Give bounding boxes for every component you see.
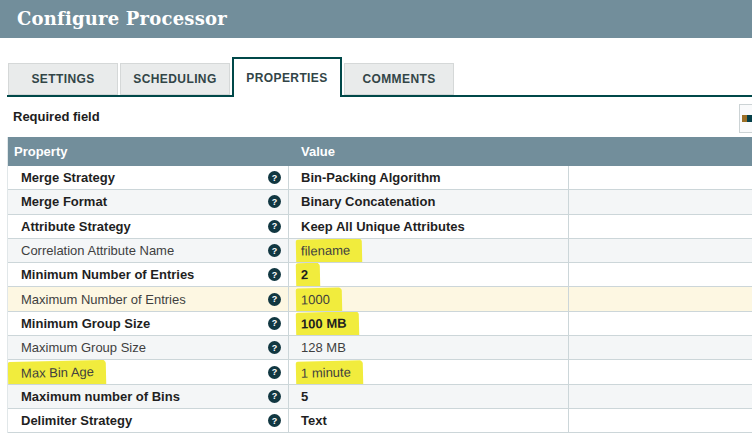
table-row[interactable]: Delimiter Strategy ? Text xyxy=(8,409,752,433)
property-name: Max Bin Age xyxy=(8,360,105,383)
property-name-cell: Correlation Attribute Name ? xyxy=(8,239,288,262)
properties-table: Property Value Merge Strategy ? Bin-Pack… xyxy=(7,137,752,433)
property-value-cell[interactable]: 1000 xyxy=(288,287,568,310)
empty-cell xyxy=(568,263,752,286)
property-value: Binary Concatenation xyxy=(301,194,435,209)
help-icon[interactable]: ? xyxy=(268,244,281,257)
property-name: Maximum Group Size xyxy=(21,340,146,355)
table-header-row: Property Value xyxy=(8,137,752,166)
property-name-cell: Delimiter Strategy ? xyxy=(8,409,288,432)
help-icon[interactable]: ? xyxy=(268,414,281,427)
table-body: Merge Strategy ? Bin-Packing Algorithm M… xyxy=(8,166,752,433)
column-header-property: Property xyxy=(8,144,288,159)
property-value-cell[interactable]: Bin-Packing Algorithm xyxy=(288,166,568,189)
help-icon[interactable]: ? xyxy=(268,390,281,403)
property-value: Bin-Packing Algorithm xyxy=(301,170,441,185)
empty-cell xyxy=(568,190,752,213)
help-icon[interactable]: ? xyxy=(268,341,281,354)
property-value-cell[interactable]: 5 xyxy=(288,385,568,408)
tab-scheduling[interactable]: SCHEDULING xyxy=(120,63,230,95)
property-name: Attribute Strategy xyxy=(21,219,131,234)
help-icon[interactable]: ? xyxy=(268,317,281,330)
empty-cell xyxy=(568,336,752,359)
table-row[interactable]: Correlation Attribute Name ? filename xyxy=(8,239,752,263)
property-name-cell: Attribute Strategy ? xyxy=(8,215,288,238)
property-value-cell[interactable]: Text xyxy=(288,409,568,432)
table-row[interactable]: Merge Format ? Binary Concatenation xyxy=(8,190,752,214)
property-value: 5 xyxy=(301,389,308,404)
empty-cell xyxy=(568,385,752,408)
tab-bar: SETTINGS SCHEDULING PROPERTIES COMMENTS xyxy=(7,57,752,97)
empty-cell xyxy=(568,409,752,432)
empty-cell xyxy=(568,312,752,335)
help-icon[interactable]: ? xyxy=(268,195,281,208)
property-value-cell[interactable]: 1 minute xyxy=(288,360,568,383)
table-row[interactable]: Maximum Number of Entries ? 1000 xyxy=(8,287,752,311)
tab-settings[interactable]: SETTINGS xyxy=(8,63,118,95)
table-row[interactable]: Max Bin Age ? 1 minute xyxy=(8,360,752,384)
property-name: Merge Format xyxy=(21,194,107,209)
property-name-cell: Maximum Group Size ? xyxy=(8,336,288,359)
empty-cell xyxy=(568,287,752,310)
empty-cell xyxy=(568,360,752,383)
column-header-value: Value xyxy=(288,144,568,159)
property-name-cell: Minimum Number of Entries ? xyxy=(8,263,288,286)
property-value: 100 MB xyxy=(296,312,358,335)
property-value-cell[interactable]: 2 xyxy=(288,263,568,286)
dialog-header: Configure Processor xyxy=(0,0,752,38)
help-icon[interactable]: ? xyxy=(268,171,281,184)
required-field-label: Required field xyxy=(13,109,100,124)
property-value: 1000 xyxy=(296,287,341,310)
property-value-cell[interactable]: 100 MB xyxy=(288,312,568,335)
property-name: Maximum Number of Entries xyxy=(21,292,186,307)
property-value: 1 minute xyxy=(296,360,362,383)
help-icon[interactable]: ? xyxy=(268,220,281,233)
property-name-cell: Merge Format ? xyxy=(8,190,288,213)
property-name: Correlation Attribute Name xyxy=(21,243,174,258)
property-name-cell: Minimum Group Size ? xyxy=(8,312,288,335)
help-icon[interactable]: ? xyxy=(268,293,281,306)
tab-comments[interactable]: COMMENTS xyxy=(344,63,454,95)
property-name-cell: Maximum number of Bins ? xyxy=(8,385,288,408)
add-property-button[interactable] xyxy=(739,104,752,133)
property-name: Minimum Number of Entries xyxy=(21,267,194,282)
tab-properties[interactable]: PROPERTIES xyxy=(232,57,342,97)
help-icon[interactable]: ? xyxy=(268,366,281,379)
property-value-cell[interactable]: Keep All Unique Attributes xyxy=(288,215,568,238)
property-value: 2 xyxy=(296,263,320,286)
property-name: Maximum number of Bins xyxy=(21,389,180,404)
property-name: Delimiter Strategy xyxy=(21,413,132,428)
property-value: Keep All Unique Attributes xyxy=(301,219,465,234)
property-value-cell[interactable]: 128 MB xyxy=(288,336,568,359)
property-value: Text xyxy=(301,413,327,428)
table-row[interactable]: Maximum number of Bins ? 5 xyxy=(8,385,752,409)
property-name: Minimum Group Size xyxy=(21,316,150,331)
empty-cell xyxy=(568,215,752,238)
property-name-cell: Maximum Number of Entries ? xyxy=(8,287,288,310)
property-name-cell: Merge Strategy ? xyxy=(8,166,288,189)
property-value: 128 MB xyxy=(301,340,346,355)
property-name: Merge Strategy xyxy=(21,170,115,185)
empty-cell xyxy=(568,166,752,189)
table-row[interactable]: Maximum Group Size ? 128 MB xyxy=(8,336,752,360)
help-icon[interactable]: ? xyxy=(268,268,281,281)
dialog-title: Configure Processor xyxy=(17,8,752,29)
property-value-cell[interactable]: Binary Concatenation xyxy=(288,190,568,213)
table-row[interactable]: Attribute Strategy ? Keep All Unique Att… xyxy=(8,215,752,239)
plus-icon xyxy=(742,115,752,122)
table-toolbar: Required field xyxy=(0,97,752,137)
empty-cell xyxy=(568,239,752,262)
table-row[interactable]: Minimum Group Size ? 100 MB xyxy=(8,312,752,336)
table-row[interactable]: Minimum Number of Entries ? 2 xyxy=(8,263,752,287)
property-value: filename xyxy=(296,239,362,262)
property-name-cell: Max Bin Age ? xyxy=(8,360,288,383)
table-row[interactable]: Merge Strategy ? Bin-Packing Algorithm xyxy=(8,166,752,190)
property-value-cell[interactable]: filename xyxy=(288,239,568,262)
